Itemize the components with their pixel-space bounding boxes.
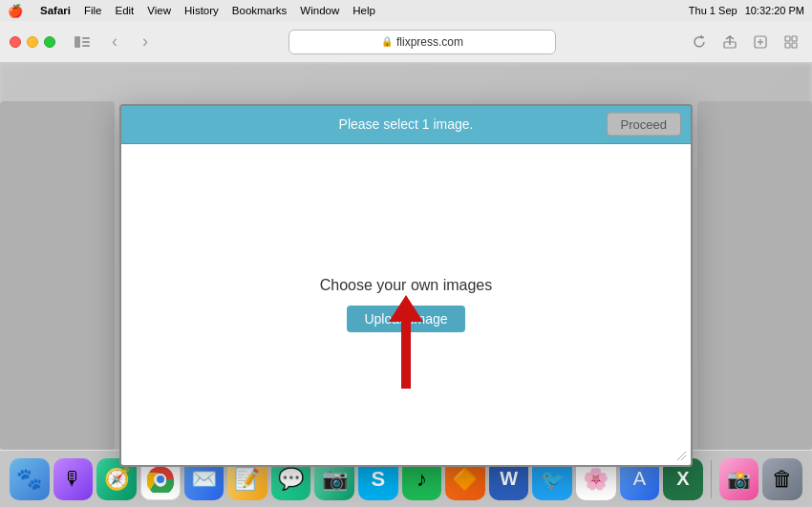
menu-bar-right: Thu 1 Sep 10:32:20 PM xyxy=(689,5,804,16)
browser-window: ‹ › 🔒 flixpress.com xyxy=(0,21,812,507)
arrow-shaft xyxy=(401,322,411,389)
forward-button[interactable]: › xyxy=(134,31,157,53)
svg-rect-10 xyxy=(785,43,790,48)
svg-rect-9 xyxy=(792,36,797,41)
menu-time: 10:32:20 PM xyxy=(745,5,804,16)
url-text: flixpress.com xyxy=(396,35,463,49)
menu-date: Thu 1 Sep xyxy=(689,5,737,16)
close-button[interactable] xyxy=(10,36,21,48)
menu-bar: 🍎 Safari File Edit View History Bookmark… xyxy=(0,0,812,21)
back-button[interactable]: ‹ xyxy=(103,31,126,53)
svg-rect-3 xyxy=(82,45,90,47)
sidebar-toggle-button[interactable] xyxy=(69,32,96,52)
menu-file[interactable]: File xyxy=(84,5,102,16)
menu-window[interactable]: Window xyxy=(300,5,339,16)
browser-toolbar: ‹ › 🔒 flixpress.com xyxy=(0,21,812,63)
lock-icon: 🔒 xyxy=(381,36,393,47)
svg-rect-8 xyxy=(785,36,790,41)
svg-rect-0 xyxy=(75,36,80,48)
svg-line-12 xyxy=(677,452,686,460)
new-tab-button[interactable] xyxy=(749,31,772,53)
minimize-button[interactable] xyxy=(27,36,38,48)
proceed-button[interactable]: Proceed xyxy=(607,113,681,137)
toolbar-right xyxy=(688,31,802,53)
modal-title: Please select 1 image. xyxy=(339,116,474,132)
address-bar-container: 🔒 flixpress.com xyxy=(164,30,680,54)
browser-content: Please select 1 image. Proceed Choose yo… xyxy=(0,63,812,507)
share-button[interactable] xyxy=(718,31,741,53)
menu-safari[interactable]: Safari xyxy=(40,5,71,16)
apple-menu[interactable]: 🍎 xyxy=(8,4,23,18)
arrow-head xyxy=(389,295,423,322)
resize-handle[interactable] xyxy=(675,450,689,463)
modal-header: Please select 1 image. Proceed xyxy=(121,106,691,144)
traffic-lights xyxy=(10,36,55,48)
modal-overlay: Please select 1 image. Proceed Choose yo… xyxy=(0,63,812,507)
modal-dialog: Please select 1 image. Proceed Choose yo… xyxy=(119,104,693,467)
grid-button[interactable] xyxy=(780,31,802,53)
red-arrow xyxy=(389,295,423,389)
svg-rect-1 xyxy=(82,37,90,39)
refresh-button[interactable] xyxy=(688,31,711,53)
modal-body: Choose your own images Upload Image xyxy=(121,144,691,465)
menu-edit[interactable]: Edit xyxy=(116,5,135,16)
choose-images-text: Choose your own images xyxy=(320,277,493,294)
menu-bookmarks[interactable]: Bookmarks xyxy=(232,5,288,16)
fullscreen-button[interactable] xyxy=(44,36,55,48)
menu-view[interactable]: View xyxy=(147,5,171,16)
address-bar[interactable]: 🔒 flixpress.com xyxy=(288,30,556,54)
menu-help[interactable]: Help xyxy=(353,5,375,16)
menu-history[interactable]: History xyxy=(184,5,219,16)
svg-rect-2 xyxy=(82,41,90,43)
svg-rect-11 xyxy=(792,43,797,48)
